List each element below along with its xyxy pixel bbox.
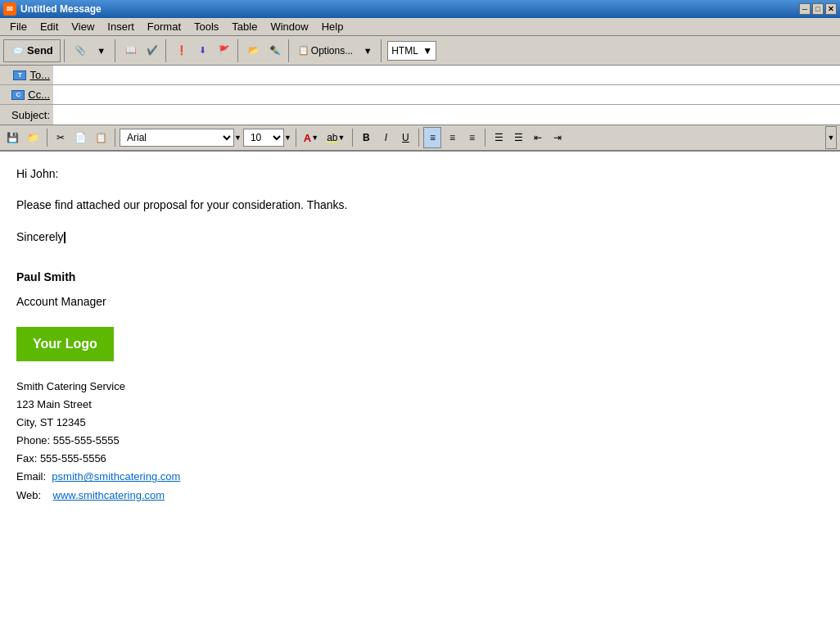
- underline-button[interactable]: U: [396, 127, 414, 148]
- cut-button[interactable]: ✂: [52, 127, 70, 148]
- align-right-button[interactable]: ≡: [463, 127, 481, 148]
- contact-info: Smith Catering Service 123 Main Street C…: [16, 378, 824, 505]
- format-label: HTML: [391, 45, 418, 57]
- greeting-text: Hi John:: [16, 165, 824, 183]
- format-toolbar: 💾 📁 ✂ 📄 📋 Arial Times New Roman Courier …: [0, 125, 840, 152]
- close-button[interactable]: ✕: [825, 3, 837, 15]
- main-paragraph: Please find attached our proposal for yo…: [16, 196, 824, 214]
- options-icon: 📋: [298, 45, 309, 56]
- menu-bar: File Edit View Insert Format Tools Table…: [0, 18, 840, 36]
- attach-button[interactable]: 📎: [70, 39, 90, 62]
- format-dropdown[interactable]: HTML ▼: [387, 41, 436, 61]
- separator-3: [165, 39, 169, 62]
- web-link[interactable]: www.smithcatering.com: [53, 489, 165, 501]
- email-link[interactable]: psmith@smithcatering.com: [52, 470, 180, 483]
- cursor: [64, 232, 65, 243]
- font-color-button[interactable]: A ▼: [300, 127, 322, 148]
- subject-input[interactable]: [53, 105, 840, 125]
- cc-input[interactable]: [53, 85, 840, 104]
- logo-box[interactable]: Your Logo: [16, 327, 114, 361]
- header-fields: T To... C Cc... Subject:: [0, 66, 840, 125]
- menu-format[interactable]: Format: [141, 19, 187, 34]
- send-button[interactable]: 📨 Send: [3, 39, 61, 62]
- email-label: Email:: [16, 470, 46, 483]
- main-toolbar: 📨 Send 📎 ▼ 📖 ✔️ ❗ ⬇ 🚩 📂 ✒️ 📋 Options... …: [0, 36, 840, 66]
- cc-label: C Cc...: [0, 85, 53, 104]
- menu-edit[interactable]: Edit: [34, 19, 65, 34]
- fmt-sep-1: [47, 129, 47, 147]
- priority-high-button[interactable]: ❗: [172, 39, 192, 62]
- options-label: Options...: [311, 45, 353, 57]
- save-format-button[interactable]: 💾: [3, 127, 22, 148]
- format-toolbar-scroll[interactable]: ▼: [825, 126, 837, 149]
- separator-6: [381, 39, 384, 62]
- sender-name: Paul Smith: [16, 268, 824, 286]
- paste-button[interactable]: 📋: [92, 127, 111, 148]
- attach-dropdown[interactable]: ▼: [92, 39, 111, 62]
- window-title: Untitled Message: [20, 3, 799, 15]
- menu-window[interactable]: Window: [264, 19, 314, 34]
- send-label: Send: [27, 44, 53, 57]
- web-label: Web:: [16, 489, 41, 501]
- menu-file[interactable]: File: [3, 19, 34, 34]
- fmt-sep-3: [296, 129, 296, 147]
- window-controls: ─ □ ✕: [799, 3, 837, 15]
- to-label: T To...: [0, 66, 53, 84]
- options-dropdown[interactable]: ▼: [358, 39, 377, 62]
- menu-table[interactable]: Table: [225, 19, 264, 34]
- fmt-sep-5: [418, 129, 419, 147]
- phone-text: Phone: 555-555-5555: [16, 432, 824, 450]
- to-input[interactable]: [53, 66, 840, 84]
- compose-area[interactable]: Hi John: Please find attached our propos…: [0, 152, 840, 630]
- sender-title: Account Manager: [16, 292, 824, 310]
- check-names-button[interactable]: ✔️: [142, 39, 162, 62]
- font-dropdown-arrow: ▼: [234, 134, 242, 142]
- fmt-sep-6: [485, 129, 485, 147]
- bold-button[interactable]: B: [357, 127, 375, 148]
- numbered-list-button[interactable]: ☰: [490, 127, 508, 148]
- maximize-button[interactable]: □: [812, 3, 824, 15]
- email-body: Hi John: Please find attached our propos…: [16, 165, 824, 505]
- subject-row: Subject:: [0, 105, 840, 125]
- separator-4: [237, 39, 241, 62]
- separator-5: [288, 39, 291, 62]
- priority-low-button[interactable]: ⬇: [193, 39, 213, 62]
- menu-tools[interactable]: Tools: [187, 19, 225, 34]
- increase-indent-button[interactable]: ⇥: [549, 127, 567, 148]
- signature-button[interactable]: ✒️: [265, 39, 285, 62]
- fax-text: Fax: 555-555-5556: [16, 450, 824, 468]
- open-format-button[interactable]: 📁: [24, 127, 43, 148]
- menu-view[interactable]: View: [65, 19, 101, 34]
- app-icon: ✉: [3, 2, 16, 16]
- fmt-sep-4: [352, 129, 353, 147]
- folder-button[interactable]: 📂: [244, 39, 264, 62]
- email-row: Email: psmith@smithcatering.com: [16, 468, 824, 486]
- font-size-select[interactable]: 8 9 10 11 12 14 16 18: [243, 129, 284, 147]
- separator-2: [115, 39, 118, 62]
- format-dropdown-arrow: ▼: [422, 45, 432, 57]
- align-left-button[interactable]: ≡: [423, 127, 441, 148]
- address-line1: 123 Main Street: [16, 396, 824, 414]
- menu-insert[interactable]: Insert: [101, 19, 141, 34]
- highlight-button[interactable]: ab ▼: [323, 127, 348, 148]
- flag-button[interactable]: 🚩: [215, 39, 234, 62]
- decrease-indent-button[interactable]: ⇤: [529, 127, 547, 148]
- closing-text: Sincerely: [16, 228, 824, 246]
- address-book-cc-icon: C: [11, 90, 25, 100]
- font-family-select[interactable]: Arial Times New Roman Courier New: [120, 129, 234, 147]
- subject-label: Subject:: [0, 105, 53, 125]
- italic-button[interactable]: I: [377, 127, 395, 148]
- to-row: T To...: [0, 66, 840, 85]
- align-center-button[interactable]: ≡: [443, 127, 461, 148]
- web-row: Web: www.smithcatering.com: [16, 487, 824, 505]
- address-book-to-icon: T: [13, 70, 26, 80]
- menu-help[interactable]: Help: [315, 19, 350, 34]
- bullet-list-button[interactable]: ☰: [509, 127, 527, 148]
- address-book-button[interactable]: 📖: [121, 39, 141, 62]
- send-icon: 📨: [11, 44, 24, 57]
- copy-button[interactable]: 📄: [71, 127, 90, 148]
- minimize-button[interactable]: ─: [799, 3, 811, 15]
- cc-row: C Cc...: [0, 85, 840, 105]
- size-dropdown-arrow: ▼: [284, 134, 291, 142]
- options-button[interactable]: 📋 Options...: [295, 39, 356, 62]
